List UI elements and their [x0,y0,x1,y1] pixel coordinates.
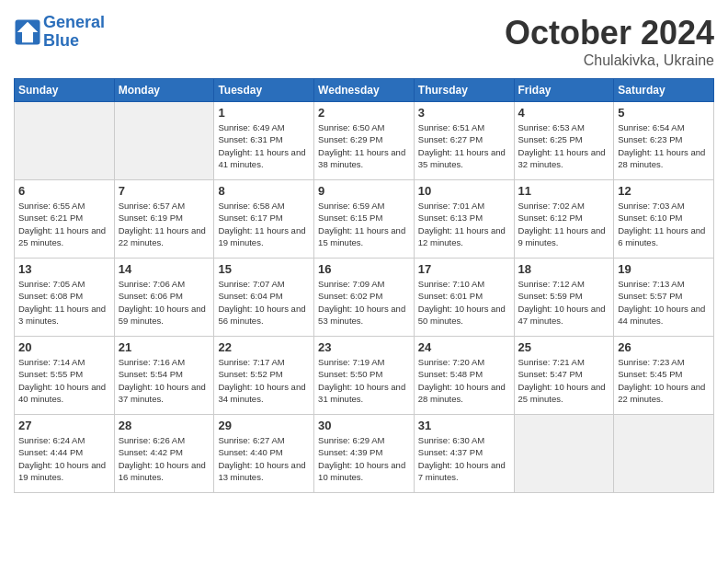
day-info: Sunrise: 6:51 AMSunset: 6:27 PMDaylight:… [418,121,510,170]
calendar-cell [114,102,214,180]
calendar-cell [614,415,714,493]
weekday-header: Friday [514,79,614,102]
day-number: 15 [218,262,310,276]
weekday-header-row: SundayMondayTuesdayWednesdayThursdayFrid… [15,79,714,102]
calendar-cell: 29Sunrise: 6:27 AMSunset: 4:40 PMDayligh… [214,415,314,493]
day-info: Sunrise: 6:49 AMSunset: 6:31 PMDaylight:… [218,121,310,170]
day-number: 1 [218,106,310,120]
day-info: Sunrise: 7:21 AMSunset: 5:47 PMDaylight:… [518,356,610,405]
calendar-cell: 1Sunrise: 6:49 AMSunset: 6:31 PMDaylight… [214,102,314,180]
day-info: Sunrise: 7:10 AMSunset: 6:01 PMDaylight:… [418,278,510,327]
day-info: Sunrise: 6:26 AMSunset: 4:42 PMDaylight:… [119,434,210,483]
day-number: 31 [418,419,510,432]
calendar-cell: 16Sunrise: 7:09 AMSunset: 6:02 PMDayligh… [314,259,415,337]
calendar-cell: 2Sunrise: 6:50 AMSunset: 6:29 PMDaylight… [314,102,415,180]
calendar-cell: 14Sunrise: 7:06 AMSunset: 6:06 PMDayligh… [114,259,214,337]
day-info: Sunrise: 6:30 AMSunset: 4:37 PMDaylight:… [418,434,510,483]
day-info: Sunrise: 6:59 AMSunset: 6:15 PMDaylight:… [318,200,410,248]
calendar-cell: 27Sunrise: 6:24 AMSunset: 4:44 PMDayligh… [15,415,115,493]
day-info: Sunrise: 6:57 AMSunset: 6:19 PMDaylight:… [119,200,210,248]
day-info: Sunrise: 6:55 AMSunset: 6:21 PMDaylight:… [18,200,110,248]
day-number: 30 [318,419,410,432]
weekday-header: Tuesday [214,79,314,102]
day-number: 23 [318,340,410,354]
day-info: Sunrise: 6:27 AMSunset: 4:40 PMDaylight:… [218,434,310,483]
day-number: 25 [518,340,610,354]
day-info: Sunrise: 6:54 AMSunset: 6:23 PMDaylight:… [618,121,710,170]
logo-blue: Blue [43,32,105,51]
day-number: 14 [119,262,210,276]
day-number: 6 [18,184,110,198]
calendar-cell: 30Sunrise: 6:29 AMSunset: 4:39 PMDayligh… [314,415,415,493]
day-info: Sunrise: 7:19 AMSunset: 5:50 PMDaylight:… [318,356,410,405]
calendar-cell: 7Sunrise: 6:57 AMSunset: 6:19 PMDaylight… [114,180,214,259]
day-number: 29 [218,419,310,432]
day-info: Sunrise: 6:58 AMSunset: 6:17 PMDaylight:… [218,200,310,248]
day-info: Sunrise: 7:07 AMSunset: 6:04 PMDaylight:… [218,278,310,327]
calendar-cell: 24Sunrise: 7:20 AMSunset: 5:48 PMDayligh… [414,337,514,415]
day-info: Sunrise: 7:02 AMSunset: 6:12 PMDaylight:… [518,200,610,248]
day-number: 18 [518,262,610,276]
day-number: 16 [318,262,410,276]
day-number: 5 [618,106,710,120]
day-number: 2 [318,106,410,120]
day-number: 19 [618,262,710,276]
day-info: Sunrise: 7:13 AMSunset: 5:57 PMDaylight:… [618,278,710,327]
weekday-header: Saturday [614,79,714,102]
calendar-cell: 15Sunrise: 7:07 AMSunset: 6:04 PMDayligh… [214,259,314,337]
calendar-cell: 11Sunrise: 7:02 AMSunset: 6:12 PMDayligh… [514,180,614,259]
day-number: 21 [119,340,210,354]
day-number: 24 [418,340,510,354]
calendar-cell: 6Sunrise: 6:55 AMSunset: 6:21 PMDaylight… [15,180,115,259]
day-number: 26 [618,340,710,354]
calendar-cell: 23Sunrise: 7:19 AMSunset: 5:50 PMDayligh… [314,337,415,415]
logo: General Blue [14,14,105,51]
day-number: 7 [119,184,210,198]
day-number: 9 [318,184,410,198]
weekday-header: Thursday [414,79,514,102]
day-info: Sunrise: 7:14 AMSunset: 5:55 PMDaylight:… [18,356,110,405]
calendar-cell [514,415,614,493]
day-number: 12 [618,184,710,198]
day-info: Sunrise: 6:53 AMSunset: 6:25 PMDaylight:… [518,121,610,170]
day-info: Sunrise: 7:12 AMSunset: 5:59 PMDaylight:… [518,278,610,327]
day-info: Sunrise: 7:09 AMSunset: 6:02 PMDaylight:… [318,278,410,327]
day-info: Sunrise: 6:24 AMSunset: 4:44 PMDaylight:… [18,434,110,483]
calendar-cell: 21Sunrise: 7:16 AMSunset: 5:54 PMDayligh… [114,337,214,415]
calendar-cell: 19Sunrise: 7:13 AMSunset: 5:57 PMDayligh… [614,259,714,337]
day-number: 17 [418,262,510,276]
logo-icon [14,18,41,46]
day-info: Sunrise: 7:16 AMSunset: 5:54 PMDaylight:… [119,356,210,405]
day-number: 11 [518,184,610,198]
weekday-header: Sunday [15,79,115,102]
calendar-cell: 18Sunrise: 7:12 AMSunset: 5:59 PMDayligh… [514,259,614,337]
calendar-week-row: 27Sunrise: 6:24 AMSunset: 4:44 PMDayligh… [15,415,714,493]
calendar-cell: 17Sunrise: 7:10 AMSunset: 6:01 PMDayligh… [414,259,514,337]
logo-general: General [43,14,105,32]
calendar-cell: 13Sunrise: 7:05 AMSunset: 6:08 PMDayligh… [15,259,115,337]
calendar-cell: 8Sunrise: 6:58 AMSunset: 6:17 PMDaylight… [214,180,314,259]
day-info: Sunrise: 6:29 AMSunset: 4:39 PMDaylight:… [318,434,410,483]
calendar-week-row: 13Sunrise: 7:05 AMSunset: 6:08 PMDayligh… [15,259,714,337]
day-info: Sunrise: 7:03 AMSunset: 6:10 PMDaylight:… [618,200,710,248]
calendar-cell: 9Sunrise: 6:59 AMSunset: 6:15 PMDaylight… [314,180,415,259]
calendar-cell: 20Sunrise: 7:14 AMSunset: 5:55 PMDayligh… [15,337,115,415]
day-number: 27 [18,419,110,432]
month-title: October 2024 [505,14,714,52]
day-number: 13 [18,262,110,276]
day-number: 20 [18,340,110,354]
calendar-cell: 26Sunrise: 7:23 AMSunset: 5:45 PMDayligh… [614,337,714,415]
day-info: Sunrise: 7:05 AMSunset: 6:08 PMDaylight:… [18,278,110,327]
calendar-week-row: 6Sunrise: 6:55 AMSunset: 6:21 PMDaylight… [15,180,714,259]
calendar-cell: 25Sunrise: 7:21 AMSunset: 5:47 PMDayligh… [514,337,614,415]
weekday-header: Wednesday [314,79,415,102]
day-info: Sunrise: 7:06 AMSunset: 6:06 PMDaylight:… [119,278,210,327]
day-number: 10 [418,184,510,198]
calendar-cell: 22Sunrise: 7:17 AMSunset: 5:52 PMDayligh… [214,337,314,415]
day-info: Sunrise: 7:23 AMSunset: 5:45 PMDaylight:… [618,356,710,405]
calendar-cell: 31Sunrise: 6:30 AMSunset: 4:37 PMDayligh… [414,415,514,493]
weekday-header: Monday [114,79,214,102]
page-header: General Blue October 2024 Chulakivka, Uk… [14,14,714,69]
day-number: 22 [218,340,310,354]
calendar-cell [15,102,115,180]
